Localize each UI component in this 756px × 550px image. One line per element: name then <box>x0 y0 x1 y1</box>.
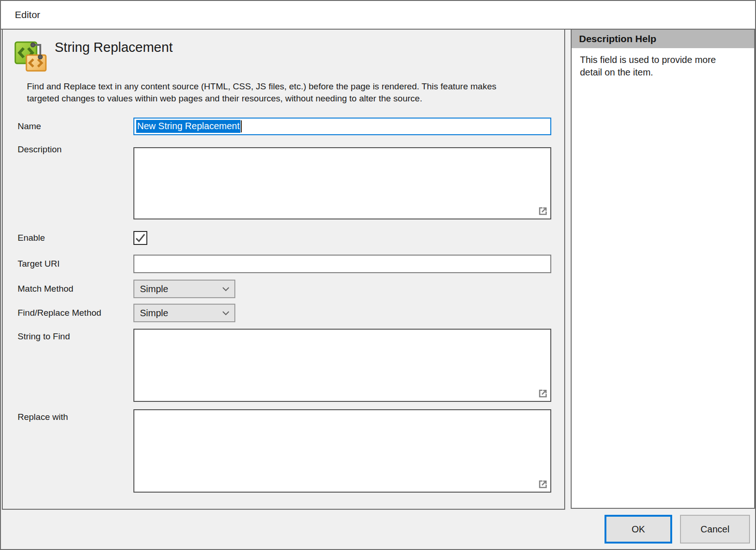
string-to-find-label: String to Find <box>18 331 70 342</box>
replace-with-label: Replace with <box>18 412 68 422</box>
enable-label: Enable <box>18 231 45 245</box>
expand-icon[interactable] <box>538 479 548 489</box>
chevron-down-icon <box>222 311 230 316</box>
window-title: Editor <box>15 9 40 20</box>
name-label: Name <box>18 118 41 135</box>
replace-with-textarea[interactable] <box>133 409 551 493</box>
description-help-panel: Description Help This field is used to p… <box>571 29 755 509</box>
intro-text: Find and Replace text in any content sou… <box>27 81 523 105</box>
code-replace-icon <box>14 40 47 72</box>
string-to-find-textarea[interactable] <box>133 329 551 402</box>
page-title: String Replacement <box>55 40 173 55</box>
expand-icon[interactable] <box>538 388 548 399</box>
ok-button[interactable]: OK <box>605 515 672 544</box>
target-uri-input[interactable] <box>133 255 551 273</box>
enable-checkbox[interactable] <box>133 231 147 245</box>
help-panel-body: This field is used to provide more detai… <box>572 48 738 84</box>
find-replace-method-value: Simple <box>140 308 222 319</box>
description-label: Description <box>18 144 62 155</box>
find-replace-method-select[interactable]: Simple <box>133 304 235 322</box>
help-panel-header: Description Help <box>572 30 754 48</box>
target-uri-value <box>134 256 550 272</box>
name-input-selected-text: New String Replacement <box>136 120 240 133</box>
expand-icon[interactable] <box>538 206 548 216</box>
checkmark-icon <box>135 233 146 243</box>
editor-window: Editor <box>0 0 756 550</box>
help-panel-title: Description Help <box>579 33 656 44</box>
target-uri-label: Target URI <box>18 255 60 273</box>
description-textarea[interactable] <box>133 147 551 219</box>
match-method-select[interactable]: Simple <box>133 280 235 298</box>
find-replace-method-label: Find/Replace Method <box>18 304 101 322</box>
form-panel: String Replacement Find and Replace text… <box>2 29 565 510</box>
name-input[interactable]: New String Replacement <box>133 118 551 135</box>
titlebar: Editor <box>1 1 755 29</box>
match-method-value: Simple <box>140 284 222 294</box>
cancel-button[interactable]: Cancel <box>680 515 750 544</box>
chevron-down-icon <box>222 287 230 292</box>
text-caret <box>241 120 242 132</box>
match-method-label: Match Method <box>18 280 73 298</box>
dialog-content: String Replacement Find and Replace text… <box>1 29 755 549</box>
